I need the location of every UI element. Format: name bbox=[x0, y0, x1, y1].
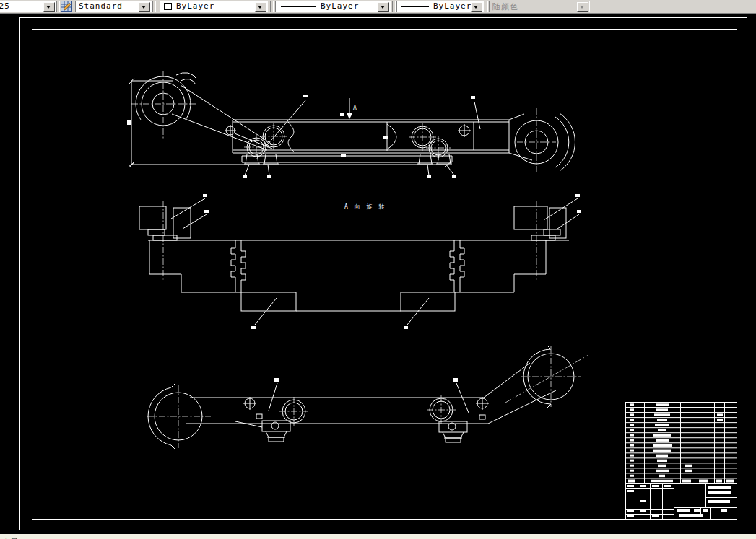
view-a-rotated: A 向 旋 转 bbox=[139, 194, 581, 329]
linetype-value: ByLayer bbox=[321, 1, 359, 11]
lineweight-value: ByLayer bbox=[433, 1, 472, 11]
text-style-combo[interactable]: Standard bbox=[75, 1, 152, 12]
view-bottom-elevation bbox=[147, 345, 588, 450]
scale-combo-arrow-icon[interactable] bbox=[43, 2, 55, 12]
toolbar-separator bbox=[270, 1, 274, 12]
lineweight-combo[interactable]: ByLayer bbox=[396, 1, 484, 12]
layout-tab-bar: 布局2 / bbox=[0, 534, 756, 539]
linetype-combo-arrow-icon[interactable] bbox=[378, 2, 389, 12]
color-swatch-icon bbox=[164, 3, 172, 10]
color-combo[interactable]: ByLayer bbox=[160, 1, 268, 12]
color-combo-arrow-icon[interactable] bbox=[255, 2, 266, 12]
illegible-text bbox=[708, 486, 731, 489]
text-style-arrow-icon[interactable] bbox=[139, 2, 150, 12]
lineweight-sample-icon bbox=[401, 6, 429, 7]
text-style-value: Standard bbox=[79, 1, 123, 11]
section-arrow-label: A bbox=[353, 105, 357, 111]
plot-style-value: 随颜色 bbox=[492, 1, 518, 12]
illegible-text bbox=[708, 491, 731, 494]
application-window: -25 Standard ByLayer ByLayer bbox=[0, 0, 756, 539]
model-space-canvas[interactable]: A A 向 旋 转 bbox=[0, 0, 756, 539]
title-block bbox=[626, 484, 737, 520]
linetype-combo[interactable]: ByLayer bbox=[275, 1, 391, 12]
scale-combo[interactable]: -25 bbox=[0, 1, 56, 12]
color-value: ByLayer bbox=[176, 1, 214, 11]
view-top-elevation: A bbox=[127, 71, 575, 178]
view-a-title: A 向 旋 转 bbox=[344, 203, 386, 210]
scale-combo-value: -25 bbox=[0, 1, 10, 11]
toolbar-separator bbox=[392, 1, 396, 12]
plot-style-combo: 随颜色 bbox=[489, 1, 590, 12]
illegible-text bbox=[708, 500, 730, 503]
toolbar-separator bbox=[152, 1, 156, 12]
plot-style-arrow-icon bbox=[577, 2, 588, 12]
properties-toolbar: -25 Standard ByLayer ByLayer bbox=[0, 0, 756, 13]
lineweight-combo-arrow-icon[interactable] bbox=[471, 2, 482, 12]
text-style-icon[interactable] bbox=[61, 1, 72, 12]
linetype-sample-icon bbox=[281, 6, 316, 7]
toolbar-separator bbox=[485, 1, 488, 12]
toolbar-bottom-edge bbox=[0, 13, 756, 14]
toolbar-separator bbox=[56, 1, 60, 12]
